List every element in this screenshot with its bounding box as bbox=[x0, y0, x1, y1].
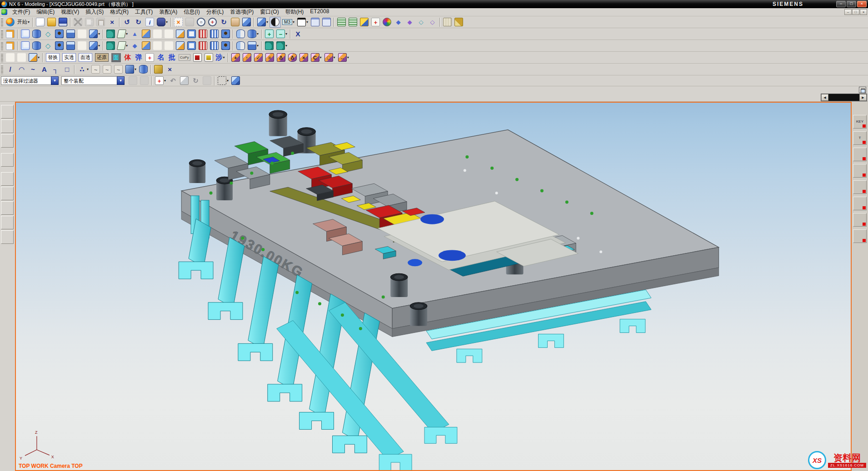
boss-feature[interactable] bbox=[140, 40, 152, 51]
text-curve[interactable]: A bbox=[39, 64, 50, 75]
offset-curve[interactable]: ~ bbox=[90, 64, 101, 75]
cut[interactable] bbox=[72, 17, 84, 28]
revolve-feature[interactable] bbox=[31, 40, 42, 51]
unite-boolean[interactable] bbox=[105, 40, 116, 51]
through-curves[interactable] bbox=[5, 52, 16, 63]
layer-category[interactable] bbox=[347, 17, 359, 28]
minimize-button[interactable]: – bbox=[836, 1, 846, 7]
restore-display[interactable]: 还原 bbox=[94, 52, 110, 63]
extrude[interactable] bbox=[20, 29, 31, 40]
edge-blend[interactable] bbox=[152, 29, 163, 40]
shell[interactable] bbox=[186, 29, 197, 40]
constraint-navigator[interactable] bbox=[1, 119, 14, 133]
move-component[interactable]: + bbox=[230, 52, 241, 63]
revolve[interactable] bbox=[31, 29, 42, 40]
orient-view-isometric[interactable]: ◆ bbox=[404, 17, 415, 28]
toolbar-grip[interactable] bbox=[1, 30, 3, 39]
new-file[interactable] bbox=[35, 17, 46, 28]
child-restore-button[interactable]: □ bbox=[852, 9, 859, 15]
flange[interactable] bbox=[76, 29, 88, 40]
model-3d[interactable]: 1930.00KG bbox=[16, 103, 851, 470]
edge-blend-2[interactable] bbox=[152, 40, 163, 51]
start-menu-dropdown-icon[interactable]: ▾ bbox=[28, 20, 30, 24]
visual-effects[interactable] bbox=[1, 216, 14, 229]
scrollbar-track[interactable] bbox=[828, 94, 859, 101]
fit-view[interactable]: × bbox=[173, 17, 184, 28]
intersect-curve[interactable]: ~ bbox=[113, 64, 124, 75]
edit-object-display[interactable] bbox=[381, 17, 393, 28]
restore-button[interactable]: □ bbox=[847, 1, 856, 7]
menu-et2008[interactable]: ET2008 bbox=[307, 8, 332, 16]
plate-part[interactable] bbox=[853, 164, 867, 178]
name-display[interactable]: 名 bbox=[155, 52, 166, 63]
measure-angle[interactable] bbox=[453, 17, 464, 28]
extrude-feature[interactable] bbox=[20, 40, 31, 51]
copy-component[interactable]: C▾ bbox=[309, 52, 323, 63]
shell-2[interactable] bbox=[186, 40, 197, 51]
save-file[interactable] bbox=[57, 17, 69, 28]
key-part[interactable]: KEY bbox=[853, 115, 867, 129]
measure-distance[interactable] bbox=[442, 17, 453, 28]
pad[interactable] bbox=[65, 29, 76, 40]
bolt-part[interactable]: T bbox=[853, 131, 867, 145]
boss[interactable] bbox=[140, 29, 152, 40]
task-sketch[interactable] bbox=[5, 40, 16, 51]
menu-view[interactable]: 视图(V) bbox=[58, 8, 82, 16]
close-button[interactable]: × bbox=[857, 1, 867, 7]
toolbar-grip[interactable] bbox=[1, 18, 3, 27]
pan-view[interactable] bbox=[229, 17, 241, 28]
wcs-display[interactable]: + bbox=[370, 17, 381, 28]
datum-axis-dropdown-icon[interactable]: ▾ bbox=[257, 32, 259, 36]
face-blend[interactable] bbox=[163, 29, 175, 40]
trim-curve[interactable]: × bbox=[164, 64, 175, 75]
undo-selection[interactable]: ↶ bbox=[167, 75, 179, 86]
tube[interactable] bbox=[138, 64, 149, 75]
shaded-view[interactable]: ▾ bbox=[256, 17, 269, 28]
graphics-viewport[interactable]: 1930.00KG bbox=[15, 102, 852, 471]
search-dropdown-icon[interactable]: ▾ bbox=[166, 20, 168, 24]
menu-file[interactable]: 文件(F) bbox=[9, 8, 33, 16]
patch-body[interactable] bbox=[264, 40, 275, 51]
component-dimension[interactable]: ↔▾ bbox=[337, 52, 350, 63]
part-navigator[interactable] bbox=[1, 134, 14, 148]
thicken[interactable]: ▾ bbox=[27, 52, 41, 63]
roles[interactable] bbox=[1, 230, 14, 244]
blue-part[interactable] bbox=[853, 229, 867, 243]
datum-plane-dropdown-icon[interactable]: ▾ bbox=[126, 32, 128, 36]
toolbar-grip[interactable] bbox=[1, 65, 3, 74]
half-cylinder[interactable] bbox=[235, 29, 246, 40]
delete-component[interactable]: × bbox=[298, 52, 309, 63]
shaded-view-dropdown-icon[interactable]: ▾ bbox=[266, 20, 268, 24]
lift-component[interactable]: ↑ bbox=[241, 52, 253, 63]
pad-2-dropdown-icon[interactable]: ▾ bbox=[257, 44, 259, 48]
component-dimension-dropdown-icon[interactable]: ▾ bbox=[347, 55, 349, 59]
interpart-link-2[interactable] bbox=[139, 75, 150, 86]
selection-info[interactable]: i bbox=[144, 17, 155, 28]
sew-body-dropdown-icon[interactable]: ▾ bbox=[285, 44, 287, 48]
hole-feature[interactable] bbox=[54, 40, 65, 51]
rib-slot[interactable] bbox=[197, 40, 209, 51]
hd3d-tool[interactable] bbox=[1, 172, 14, 186]
perspective-view[interactable] bbox=[241, 17, 252, 28]
assembly-navigator[interactable] bbox=[1, 105, 14, 119]
chamfer-2[interactable] bbox=[175, 40, 186, 51]
rotate-view[interactable]: ↻ bbox=[218, 17, 229, 28]
bracket-part[interactable] bbox=[853, 180, 867, 194]
unite[interactable] bbox=[105, 29, 116, 40]
hole[interactable] bbox=[54, 29, 65, 40]
delete[interactable]: × bbox=[106, 17, 118, 28]
copy-tool[interactable]: CoPy bbox=[177, 52, 192, 63]
part-family[interactable] bbox=[153, 64, 164, 75]
general-hole[interactable] bbox=[220, 40, 231, 51]
green-block-part[interactable] bbox=[853, 148, 867, 161]
face-translucent[interactable]: 面透 bbox=[77, 52, 94, 63]
instance-remove[interactable]: −▾ bbox=[275, 29, 289, 40]
reuse-library[interactable] bbox=[1, 153, 14, 167]
tile-view-window[interactable] bbox=[321, 17, 332, 28]
yellow-solid-box[interactable] bbox=[203, 52, 215, 63]
selection-filter-dropdown-icon[interactable]: ▼ bbox=[51, 76, 59, 85]
menu-edit[interactable]: 编辑(E) bbox=[33, 8, 58, 16]
arc[interactable]: ◠ bbox=[16, 64, 27, 75]
center-cross[interactable]: + bbox=[144, 52, 155, 63]
component-cylinder[interactable]: Δ bbox=[287, 52, 298, 63]
